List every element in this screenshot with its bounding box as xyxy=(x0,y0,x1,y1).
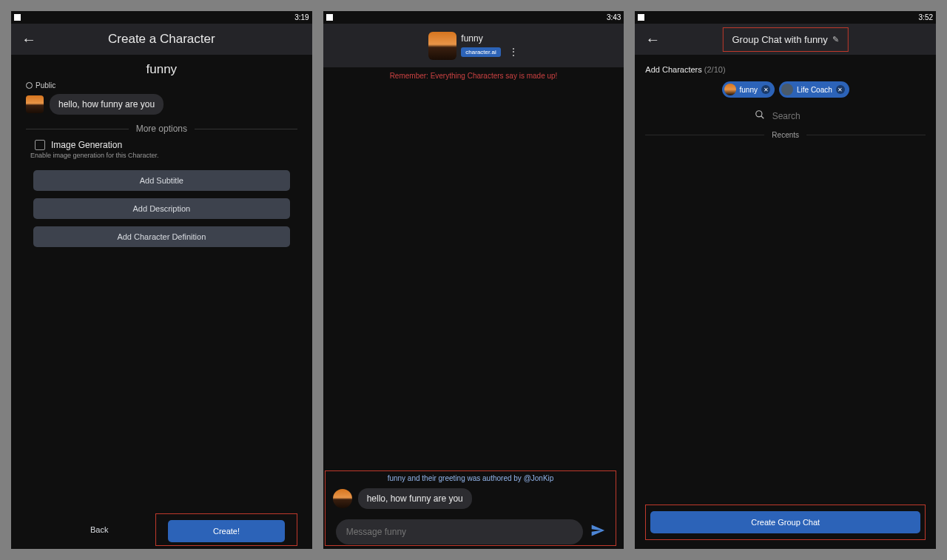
status-time: 3:43 xyxy=(607,13,621,21)
create-group-chat-button[interactable]: Create Group Chat xyxy=(650,511,920,533)
source-badge: character.ai xyxy=(461,47,500,57)
status-app-icon xyxy=(638,14,644,21)
page-title: Create a Character xyxy=(108,32,215,47)
disclaimer-text: Remember: Everything Characters say is m… xyxy=(323,67,624,84)
greeting-input[interactable]: hello, how funny are you xyxy=(50,94,164,115)
back-button[interactable]: Back xyxy=(21,525,147,534)
header: ← Create a Character xyxy=(11,24,312,55)
edit-icon[interactable]: ✎ xyxy=(832,35,839,44)
image-generation-row[interactable]: Image Generation xyxy=(11,140,312,150)
search-icon xyxy=(755,109,765,122)
character-name: funny xyxy=(11,55,312,81)
send-icon[interactable] xyxy=(590,523,605,542)
character-avatar xyxy=(26,95,44,113)
status-time: 3:52 xyxy=(919,13,933,21)
status-bar: 3:19 xyxy=(11,11,312,24)
greeting-row: hello, how funny are you xyxy=(11,90,312,122)
input-row xyxy=(326,512,616,549)
status-app-icon xyxy=(326,14,333,21)
visibility-label: Public xyxy=(36,81,55,90)
visibility-row[interactable]: Public xyxy=(11,81,312,90)
status-bar: 3:43 xyxy=(323,11,624,24)
screen-group-chat: 3:52 ← Group Chat with funny ✎ Add Chara… xyxy=(635,11,936,549)
highlight-create: Create! xyxy=(155,513,297,546)
checkbox-icon[interactable] xyxy=(35,140,45,150)
image-generation-label: Image Generation xyxy=(51,140,122,150)
create-button[interactable]: Create! xyxy=(168,520,285,542)
character-avatar xyxy=(333,489,352,508)
screen-create-character: 3:19 ← Create a Character funny Public h… xyxy=(11,11,312,549)
back-arrow-icon[interactable]: ← xyxy=(645,31,660,48)
message-bubble: hello, how funny are you xyxy=(358,488,472,509)
chip-avatar xyxy=(724,84,736,95)
highlight-chat-footer: funny and their greeting was authored by… xyxy=(325,470,617,546)
character-avatar[interactable] xyxy=(428,32,456,60)
character-chips: funny ✕ Life Coach ✕ xyxy=(635,78,936,101)
globe-icon xyxy=(26,82,33,89)
character-count: (2/10) xyxy=(704,65,726,74)
search-row[interactable] xyxy=(635,101,936,131)
footer: Create Group Chat xyxy=(635,496,936,549)
message-input[interactable] xyxy=(336,519,584,544)
chip-life-coach[interactable]: Life Coach ✕ xyxy=(779,81,849,98)
highlight-create-group: Create Group Chat xyxy=(645,505,926,540)
status-bar: 3:52 xyxy=(635,11,936,24)
chat-header: funny character.ai ⋮ xyxy=(323,24,624,67)
recents-divider: Recents xyxy=(635,131,936,139)
svg-line-1 xyxy=(761,116,764,119)
image-generation-help: Enable image generation for this Charact… xyxy=(11,150,312,166)
header: ← Group Chat with funny ✎ xyxy=(635,24,936,55)
screen-chat: 3:43 funny character.ai ⋮ Remember: Ever… xyxy=(323,11,624,549)
highlight-title: Group Chat with funny ✎ xyxy=(722,27,848,52)
add-description-button[interactable]: Add Description xyxy=(33,198,290,219)
character-name: funny xyxy=(461,33,482,44)
more-menu-icon[interactable]: ⋮ xyxy=(508,46,519,58)
status-app-icon xyxy=(14,14,21,21)
more-options-divider: More options xyxy=(11,124,312,134)
message-row: hello, how funny are you xyxy=(326,485,616,512)
status-time: 3:19 xyxy=(294,13,309,21)
add-characters-label: Add Characters (2/10) xyxy=(635,55,936,78)
add-definition-button[interactable]: Add Character Definition xyxy=(33,226,290,247)
header-info: funny character.ai ⋮ xyxy=(461,33,518,58)
add-subtitle-button[interactable]: Add Subtitle xyxy=(33,170,290,191)
group-chat-title[interactable]: Group Chat with funny xyxy=(732,34,827,45)
back-arrow-icon[interactable]: ← xyxy=(21,31,36,48)
chip-avatar xyxy=(781,84,793,95)
chip-label: Life Coach xyxy=(797,86,832,94)
svg-point-0 xyxy=(755,111,761,117)
chip-funny[interactable]: funny ✕ xyxy=(722,81,775,98)
search-input[interactable] xyxy=(772,111,817,121)
chip-remove-icon[interactable]: ✕ xyxy=(761,85,770,94)
chip-remove-icon[interactable]: ✕ xyxy=(836,85,845,94)
chip-label: funny xyxy=(740,86,758,94)
authored-text: funny and their greeting was authored by… xyxy=(326,471,616,485)
